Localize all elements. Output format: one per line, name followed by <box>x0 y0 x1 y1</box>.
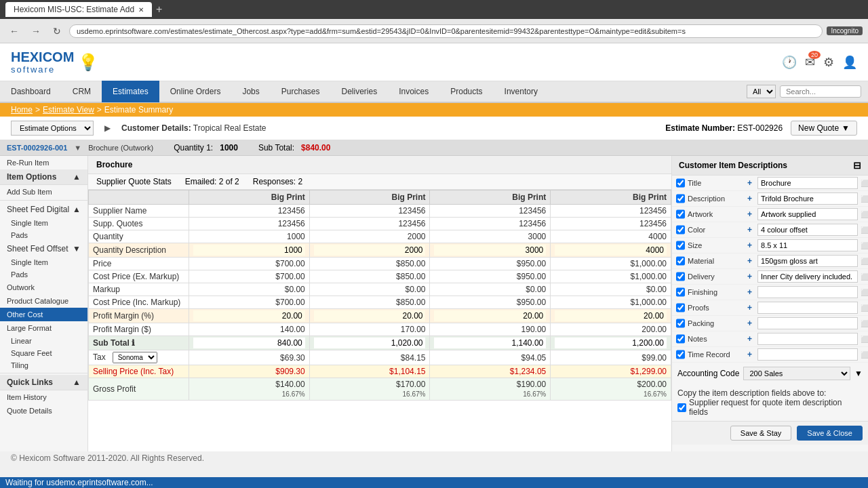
desc-input-notes[interactable] <box>757 333 858 345</box>
desc-copy-color[interactable]: ⬜ <box>861 226 868 234</box>
sidebar-item-options[interactable]: Item Options ▲ <box>0 169 87 185</box>
desc-plus-notes[interactable]: + <box>745 334 755 344</box>
desc-copy-description[interactable]: ⬜ <box>861 195 868 203</box>
sidebar-quote-details[interactable]: Quote Details <box>0 404 87 418</box>
forward-button[interactable]: → <box>27 24 45 38</box>
clock-icon[interactable]: 🕐 <box>782 55 797 70</box>
sidebar-item-history[interactable]: Item History <box>0 390 87 404</box>
desc-input-title[interactable] <box>757 177 858 189</box>
desc-plus-color[interactable]: + <box>745 225 755 235</box>
desc-copy-delivery[interactable]: ⬜ <box>861 273 868 281</box>
subtotal-input-4[interactable] <box>555 338 667 348</box>
desc-input-color[interactable] <box>757 224 858 236</box>
desc-copy-artwork[interactable]: ⬜ <box>861 211 868 218</box>
new-tab-icon[interactable]: + <box>156 3 162 16</box>
nav-online-orders[interactable]: Online Orders <box>159 81 232 102</box>
tab-close-icon[interactable]: ✕ <box>138 6 144 14</box>
desc-checkbox-notes[interactable] <box>676 334 685 344</box>
sidebar-outwork[interactable]: Outwork <box>0 281 87 294</box>
breadcrumb-estimate-view[interactable]: Estimate View <box>43 105 94 115</box>
back-button[interactable]: ← <box>5 24 23 38</box>
save-stay-button[interactable]: Save & Stay <box>730 426 792 441</box>
cell-profit-pct-3[interactable] <box>430 309 551 323</box>
sidebar-quick-links[interactable]: Quick Links ▲ <box>0 375 87 390</box>
desc-copy-material[interactable]: ⬜ <box>861 258 868 265</box>
reload-button[interactable]: ↻ <box>49 24 65 38</box>
nav-purchases[interactable]: Purchases <box>271 81 331 102</box>
desc-checkbox-packing[interactable] <box>676 319 685 328</box>
desc-copy-packing[interactable]: ⬜ <box>861 320 868 327</box>
user-icon[interactable]: 👤 <box>842 55 857 70</box>
desc-plus-finishing[interactable]: + <box>745 287 755 297</box>
search-input[interactable] <box>780 85 861 98</box>
sidebar-other-cost[interactable]: Other Cost <box>0 308 87 321</box>
sidebar-offset-single[interactable]: Single Item <box>0 256 87 268</box>
desc-input-artwork[interactable] <box>757 208 858 220</box>
cell-qty-desc-2[interactable] <box>309 243 430 258</box>
desc-copy-time-record[interactable]: ⬜ <box>861 351 868 359</box>
cell-profit-pct-2[interactable] <box>309 309 430 323</box>
desc-checkbox-time-record[interactable] <box>676 350 685 359</box>
desc-plus-delivery[interactable]: + <box>745 272 755 281</box>
breadcrumb-home[interactable]: Home <box>11 105 33 115</box>
nav-jobs[interactable]: Jobs <box>231 81 270 102</box>
nav-crm[interactable]: CRM <box>62 81 102 102</box>
qty-desc-input-3[interactable] <box>434 245 546 256</box>
desc-plus-time-record[interactable]: + <box>745 350 755 359</box>
desc-plus-artwork[interactable]: + <box>745 209 755 219</box>
cell-profit-pct-4[interactable] <box>551 309 671 323</box>
desc-copy-notes[interactable]: ⬜ <box>861 336 868 343</box>
desc-copy-finishing[interactable]: ⬜ <box>861 289 868 296</box>
sidebar-sheet-fed-digital-single[interactable]: Single Item <box>0 217 87 229</box>
desc-checkbox-proofs[interactable] <box>676 303 685 312</box>
desc-copy-proofs[interactable]: ⬜ <box>861 304 868 312</box>
desc-input-delivery[interactable] <box>757 270 858 283</box>
cell-profit-pct-1[interactable] <box>189 309 309 323</box>
nav-inventory[interactable]: Inventory <box>494 81 549 102</box>
new-quote-button[interactable]: New Quote ▼ <box>791 121 857 136</box>
desc-input-time-record[interactable] <box>757 348 858 361</box>
cell-qty-desc-1[interactable] <box>189 243 309 258</box>
desc-input-proofs[interactable] <box>757 302 858 314</box>
desc-input-material[interactable] <box>757 255 858 267</box>
desc-input-finishing[interactable] <box>757 286 858 298</box>
cell-subtotal-4[interactable] <box>551 336 671 350</box>
desc-plus-proofs[interactable]: + <box>745 303 755 312</box>
desc-plus-description[interactable]: + <box>745 194 755 203</box>
subtotal-input-3[interactable] <box>434 338 546 348</box>
sidebar-linear[interactable]: Linear <box>0 335 87 347</box>
address-bar[interactable] <box>69 24 823 38</box>
nav-dashboard[interactable]: Dashboard <box>0 81 62 102</box>
nav-products[interactable]: Products <box>439 81 493 102</box>
browser-tab[interactable]: Hexicom MIS-USC: Estimate Add ✕ <box>5 2 152 17</box>
qty-desc-input-1[interactable] <box>193 245 305 256</box>
qty-desc-input-2[interactable] <box>314 245 426 256</box>
save-close-button[interactable]: Save & Close <box>797 426 863 441</box>
desc-checkbox-finishing[interactable] <box>676 287 685 297</box>
desc-checkbox-description[interactable] <box>676 194 685 203</box>
qty-desc-input-4[interactable] <box>555 245 667 256</box>
cell-subtotal-1[interactable] <box>189 336 309 350</box>
profit-pct-input-3[interactable] <box>434 310 546 321</box>
sidebar-sheet-fed-digital-pads[interactable]: Pads <box>0 229 87 241</box>
desc-copy-size[interactable]: ⬜ <box>861 242 868 249</box>
desc-input-description[interactable] <box>757 192 858 205</box>
desc-input-packing[interactable] <box>757 317 858 329</box>
profit-pct-input-1[interactable] <box>193 310 305 321</box>
sidebar-product-catalogue[interactable]: Product Catalogue <box>0 294 87 308</box>
tax-select[interactable]: Sonoma <box>113 352 157 363</box>
desc-plus-packing[interactable]: + <box>745 319 755 328</box>
desc-checkbox-delivery[interactable] <box>676 272 685 281</box>
desc-plus-material[interactable]: + <box>745 256 755 266</box>
sidebar-large-format[interactable]: Large Format <box>0 321 87 335</box>
desc-plus-title[interactable]: + <box>745 178 755 188</box>
sidebar-sheet-fed-offset[interactable]: Sheet Fed Offset ▼ <box>0 241 87 256</box>
desc-copy-title[interactable]: ⬜ <box>861 180 868 187</box>
sidebar-rerun[interactable]: Re-Run Item <box>0 156 87 169</box>
nav-estimates[interactable]: Estimates <box>102 81 159 102</box>
sidebar-add-sub-item[interactable]: Add Sub Item <box>0 185 87 199</box>
profit-pct-input-2[interactable] <box>314 310 426 321</box>
sidebar-sheet-fed-digital[interactable]: Sheet Fed Digital ▲ <box>0 202 87 217</box>
cell-qty-desc-4[interactable] <box>551 243 671 258</box>
desc-checkbox-artwork[interactable] <box>676 209 685 219</box>
